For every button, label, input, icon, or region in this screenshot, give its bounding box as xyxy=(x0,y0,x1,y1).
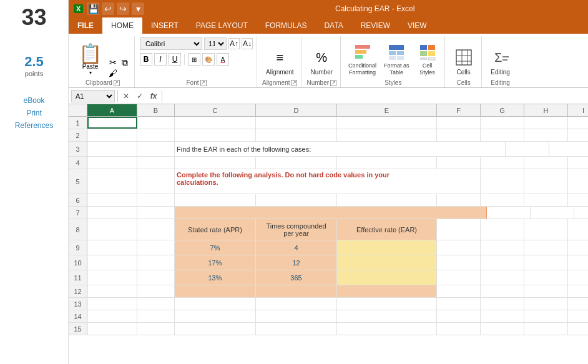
cell-f12[interactable] xyxy=(437,285,481,297)
cell-a12[interactable] xyxy=(87,285,137,297)
cell-apr-10[interactable]: 17% xyxy=(175,255,256,270)
cell-b9[interactable] xyxy=(137,240,175,255)
cell-b5[interactable] xyxy=(137,169,175,194)
cell-g9[interactable] xyxy=(481,240,524,255)
editing-button[interactable]: Σ Editing xyxy=(487,45,514,78)
cell-e14[interactable] xyxy=(337,310,437,322)
tab-home[interactable]: HOME xyxy=(102,17,142,34)
cell-times-9[interactable]: 4 xyxy=(256,240,337,255)
cell-stated-rate-header[interactable]: Stated rate (APR) xyxy=(175,219,256,240)
cell-i10[interactable] xyxy=(568,255,588,270)
cell-a7[interactable] xyxy=(87,207,137,219)
tab-view[interactable]: VIEW xyxy=(399,17,436,34)
cell-a6[interactable] xyxy=(87,194,137,206)
cell-e4[interactable] xyxy=(337,157,437,169)
save-button[interactable]: 💾 xyxy=(87,2,99,15)
clipboard-expand[interactable]: ↗ xyxy=(114,80,120,86)
sidebar-link-print[interactable]: Print xyxy=(26,109,42,117)
cell-g4[interactable] xyxy=(481,157,524,169)
cell-styles-button[interactable]: CellStyles xyxy=(414,42,441,78)
sidebar-link-references[interactable]: References xyxy=(15,121,53,130)
font-name-select[interactable]: Calibri xyxy=(140,37,202,50)
cells-button[interactable]: Cells xyxy=(450,45,478,78)
cell-f2[interactable] xyxy=(437,129,481,141)
cell-g1[interactable] xyxy=(481,117,524,129)
conditional-formatting-button[interactable]: ConditionalFormatting xyxy=(346,42,379,78)
cell-c7-span[interactable] xyxy=(175,207,487,219)
cell-f15[interactable] xyxy=(437,323,481,335)
cell-c12[interactable] xyxy=(175,285,256,297)
cell-e12[interactable] xyxy=(337,285,437,297)
tab-insert[interactable]: INSERT xyxy=(142,17,187,34)
cell-d6[interactable] xyxy=(256,194,337,206)
cell-f8[interactable] xyxy=(437,219,481,240)
cell-h5[interactable] xyxy=(568,169,588,194)
cell-d12[interactable] xyxy=(256,285,337,297)
col-header-i[interactable]: I xyxy=(568,104,588,116)
font-expand[interactable]: ↗ xyxy=(200,80,207,86)
cell-f5[interactable] xyxy=(481,169,524,194)
col-header-e[interactable]: E xyxy=(337,104,437,116)
cell-i12[interactable] xyxy=(568,285,588,297)
cell-e13[interactable] xyxy=(337,298,437,310)
cell-f6[interactable] xyxy=(437,194,481,206)
cell-a9[interactable] xyxy=(87,240,137,255)
cell-i6[interactable] xyxy=(568,194,588,206)
cell-b3[interactable] xyxy=(137,142,175,156)
cell-c4[interactable] xyxy=(175,157,256,169)
cell-f14[interactable] xyxy=(437,310,481,322)
cell-i11[interactable] xyxy=(568,270,588,285)
border-button[interactable]: ⊞ xyxy=(188,53,200,66)
cell-i4[interactable] xyxy=(568,157,588,169)
cell-g5[interactable] xyxy=(524,169,568,194)
col-header-b[interactable]: B xyxy=(137,104,175,116)
alignment-button[interactable]: ≡ Alignment xyxy=(262,45,297,78)
cell-b1[interactable] xyxy=(137,117,175,129)
cell-b10[interactable] xyxy=(137,255,175,270)
cell-a14[interactable] xyxy=(87,310,137,322)
cell-c14[interactable] xyxy=(175,310,256,322)
cell-a11[interactable] xyxy=(87,270,137,285)
cell-d4[interactable] xyxy=(256,157,337,169)
cell-h1[interactable] xyxy=(524,117,568,129)
cell-g15[interactable] xyxy=(481,323,524,335)
cell-b8[interactable] xyxy=(137,219,175,240)
cell-f4[interactable] xyxy=(437,157,481,169)
cell-f10[interactable] xyxy=(437,255,481,270)
undo-button[interactable]: ↩ xyxy=(102,2,114,15)
copy-button[interactable]: ⧉ xyxy=(119,57,130,67)
cell-h7[interactable] xyxy=(574,207,588,219)
cancel-formula-button[interactable]: ✕ xyxy=(120,91,132,102)
cell-b14[interactable] xyxy=(137,310,175,322)
cell-i8[interactable] xyxy=(568,219,588,240)
cell-h4[interactable] xyxy=(524,157,568,169)
cell-d2[interactable] xyxy=(256,129,337,141)
cell-h10[interactable] xyxy=(524,255,568,270)
cell-b2[interactable] xyxy=(137,129,175,141)
formula-input[interactable] xyxy=(165,91,588,102)
redo-button[interactable]: ↪ xyxy=(117,2,129,15)
col-header-h[interactable]: H xyxy=(524,104,568,116)
cell-a8[interactable] xyxy=(87,219,137,240)
col-header-a[interactable]: A xyxy=(87,104,137,116)
insert-function-button[interactable]: fx xyxy=(148,91,159,102)
cell-i14[interactable] xyxy=(568,310,588,322)
cell-h14[interactable] xyxy=(524,310,568,322)
cell-d15[interactable] xyxy=(256,323,337,335)
cell-reference-box[interactable]: A1 xyxy=(71,90,115,102)
tab-formulas[interactable]: FORMULAS xyxy=(257,17,316,34)
cell-c1[interactable] xyxy=(175,117,256,129)
cell-ear-10[interactable] xyxy=(337,255,437,270)
italic-button[interactable]: I xyxy=(154,53,167,66)
cell-i1[interactable] xyxy=(568,117,588,129)
col-header-g[interactable]: G xyxy=(481,104,524,116)
cell-times-10[interactable]: 12 xyxy=(256,255,337,270)
col-header-f[interactable]: F xyxy=(437,104,481,116)
cell-f11[interactable] xyxy=(437,270,481,285)
cell-b6[interactable] xyxy=(137,194,175,206)
underline-button[interactable]: U xyxy=(169,53,181,66)
cell-g14[interactable] xyxy=(481,310,524,322)
cut-button[interactable]: ✂ xyxy=(107,57,119,67)
cell-g3[interactable] xyxy=(549,142,588,156)
col-header-d[interactable]: D xyxy=(256,104,337,116)
